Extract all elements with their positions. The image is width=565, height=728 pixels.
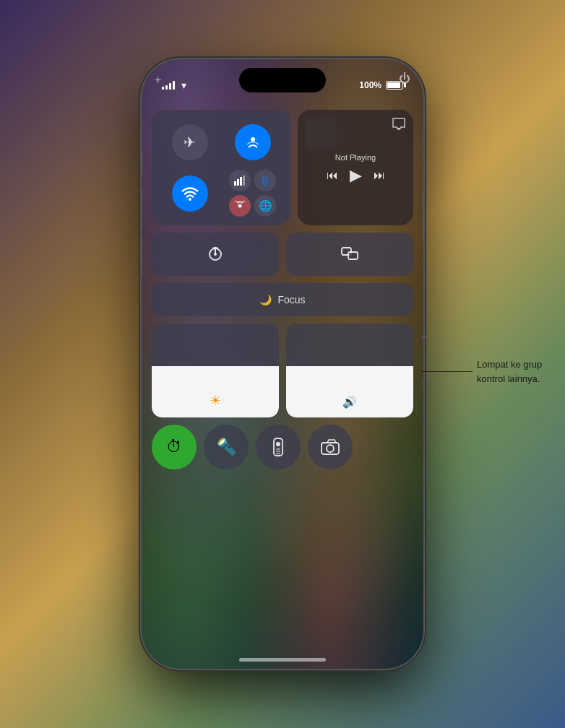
flashlight-btn[interactable]: 🔦 <box>204 425 249 469</box>
volume-up-button <box>142 189 142 229</box>
airplane-icon[interactable]: ✈ <box>172 124 208 160</box>
battery-percent-label: 100% <box>359 80 381 90</box>
svg-rect-14 <box>276 451 280 452</box>
home-indicator <box>239 658 326 662</box>
svg-point-6 <box>238 204 242 208</box>
cc-row-sliders: ☀ 🔊 <box>152 324 413 417</box>
np-title: Not Playing <box>305 153 406 162</box>
now-playing-panel[interactable]: Not Playing ⏮ ▶ ⏭ <box>298 110 413 225</box>
svg-rect-3 <box>237 179 239 186</box>
globe-btn[interactable]: 🌐 <box>254 195 276 217</box>
signal-bars <box>162 81 175 90</box>
cc-row-2 <box>152 233 413 276</box>
airplane-btn[interactable]: ✈ <box>160 118 219 165</box>
svg-point-1 <box>189 198 191 201</box>
phone-frame: ▾ 100% + ⏻ ✈ <box>142 59 423 669</box>
svg-rect-2 <box>234 181 236 186</box>
hotspot-btn[interactable] <box>229 195 251 217</box>
cc-row-3: 🌙 Focus <box>152 283 413 316</box>
connectivity-small-btns: B̰ 🌐 <box>223 170 282 217</box>
bluetooth-btn[interactable]: B̰ <box>254 170 276 191</box>
volume-slider[interactable]: 🔊 <box>286 324 413 417</box>
status-left: ▾ <box>162 79 186 91</box>
cc-row-1: ✈ <box>152 110 413 225</box>
mute-button <box>142 153 142 178</box>
brightness-fill <box>152 366 279 418</box>
annotation-container: Lompat ke grup kontrol lainnya. <box>422 358 542 386</box>
svg-rect-13 <box>276 448 280 450</box>
svg-rect-5 <box>243 176 245 186</box>
svg-rect-15 <box>276 453 280 454</box>
airdrop-icon[interactable] <box>235 124 271 160</box>
wifi-status-icon: ▾ <box>181 79 186 91</box>
focus-icon: 🌙 <box>259 294 272 306</box>
control-center: ✈ <box>152 110 413 477</box>
signal-bar-3 <box>169 83 171 90</box>
cc-row-bottom: ⏱ 🔦 <box>152 425 413 469</box>
wifi-btn[interactable] <box>160 170 219 217</box>
signal-bar-4 <box>173 81 175 90</box>
np-top <box>305 117 406 149</box>
heart-indicator: ♥ <box>421 332 427 343</box>
scene: ▾ 100% + ⏻ ✈ <box>0 0 565 728</box>
brightness-icon: ☀ <box>210 393 221 409</box>
focus-btn[interactable]: 🌙 Focus <box>152 283 413 316</box>
svg-point-8 <box>214 253 217 256</box>
np-controls: ⏮ ▶ ⏭ <box>305 166 406 185</box>
svg-point-12 <box>276 442 280 446</box>
hotspot-globe-row: 🌐 <box>229 195 276 217</box>
focus-label: Focus <box>277 294 305 306</box>
np-airplay-btn[interactable] <box>392 117 406 133</box>
brightness-slider[interactable]: ☀ <box>152 324 279 417</box>
annotation-line <box>422 371 473 372</box>
screen-mirror-btn[interactable] <box>286 233 413 276</box>
svg-rect-10 <box>348 252 358 259</box>
np-play-btn[interactable]: ▶ <box>350 166 362 185</box>
timer-btn[interactable]: ⏱ <box>152 425 197 469</box>
np-rewind-btn[interactable]: ⏮ <box>327 169 338 182</box>
status-right: 100% <box>359 80 403 90</box>
cell-bt-row: B̰ <box>229 170 276 191</box>
signal-bar-1 <box>162 87 164 90</box>
connectivity-panel: ✈ <box>152 110 290 225</box>
volume-down-button <box>142 236 142 276</box>
volume-icon: 🔊 <box>342 395 357 409</box>
power-icon[interactable]: ⏻ <box>399 72 410 85</box>
cellular-btn[interactable] <box>229 170 251 191</box>
remote-btn[interactable] <box>256 425 301 469</box>
signal-bar-2 <box>165 85 168 90</box>
np-forward-btn[interactable]: ⏭ <box>374 169 385 182</box>
np-artwork <box>305 117 337 149</box>
power-button <box>423 189 423 240</box>
wifi-btn-icon[interactable] <box>172 176 208 212</box>
annotation-text: Lompat ke grup kontrol lainnya. <box>473 358 542 386</box>
camera-btn[interactable] <box>308 425 353 469</box>
svg-point-17 <box>327 445 334 452</box>
dynamic-island <box>239 68 326 92</box>
airdrop-btn[interactable] <box>223 118 282 165</box>
svg-rect-4 <box>240 177 242 186</box>
add-button[interactable]: + <box>155 74 161 87</box>
volume-fill <box>286 366 413 418</box>
svg-point-0 <box>251 137 255 142</box>
orientation-lock-btn[interactable] <box>152 233 279 276</box>
